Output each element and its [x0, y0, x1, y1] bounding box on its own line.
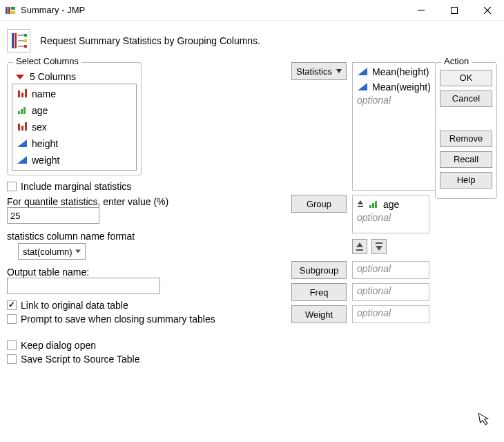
titlebar: Summary - JMP: [0, 0, 504, 21]
svg-rect-27: [372, 203, 374, 208]
prompt-save-row[interactable]: Prompt to save when closing summary tabl…: [7, 314, 286, 325]
group-item-label: age: [383, 199, 399, 210]
cancel-button[interactable]: Cancel: [440, 90, 492, 107]
column-item[interactable]: weight: [15, 152, 133, 169]
keep-dialog-checkbox[interactable]: [7, 340, 17, 350]
subgroup-placeholder: optional: [357, 263, 425, 274]
svg-rect-10: [24, 45, 27, 48]
svg-rect-15: [21, 109, 23, 114]
statistics-item-label: Mean(height): [372, 66, 429, 77]
cast-row-statistics: Statistics Mean(height) Mean(weight): [291, 62, 429, 191]
include-marginal-label: Include marginal statistics: [21, 181, 131, 192]
link-original-checkbox[interactable]: [7, 300, 17, 310]
svg-marker-20: [17, 140, 27, 147]
svg-rect-31: [376, 242, 382, 244]
svg-rect-26: [369, 205, 371, 208]
svg-rect-17: [18, 124, 20, 131]
ordinal-type-icon: [17, 106, 28, 115]
window-title: Summary - JMP: [21, 5, 405, 15]
svg-marker-24: [358, 200, 363, 204]
output-name-input[interactable]: [7, 278, 160, 294]
svg-marker-21: [17, 156, 27, 164]
freq-button-label: Freq: [310, 287, 329, 298]
subgroup-well[interactable]: optional: [352, 261, 429, 279]
continuous-type-icon: [17, 155, 28, 165]
weight-button[interactable]: Weight: [291, 305, 347, 323]
svg-rect-19: [25, 122, 27, 131]
weight-well[interactable]: optional: [352, 305, 429, 323]
select-columns-legend: Select Columns: [13, 56, 81, 66]
sort-descending-button[interactable]: [371, 239, 387, 254]
cast-row-freq: Freq optional: [291, 283, 429, 301]
app-icon: [4, 4, 17, 17]
svg-rect-7: [14, 33, 17, 48]
subgroup-button[interactable]: Subgroup: [291, 261, 347, 279]
maximize-button[interactable]: [438, 0, 471, 20]
column-item[interactable]: height: [15, 135, 133, 152]
keep-dialog-row[interactable]: Keep dialog open: [7, 340, 286, 351]
svg-rect-2: [11, 7, 15, 10]
save-script-row[interactable]: Save Script to Source Table: [7, 354, 286, 365]
prompt-save-label: Prompt to save when closing summary tabl…: [21, 314, 215, 325]
weight-button-label: Weight: [305, 309, 333, 320]
column-name: age: [32, 105, 48, 116]
svg-rect-16: [23, 107, 26, 114]
nominal-type-icon: [17, 89, 28, 99]
column-item[interactable]: sex: [15, 119, 133, 135]
continuous-type-icon: [17, 139, 28, 148]
link-original-row[interactable]: Link to original data table: [7, 300, 286, 311]
quantile-input[interactable]: [7, 207, 99, 224]
select-columns-group: Select Columns 5 Columns name age: [7, 62, 142, 175]
help-button[interactable]: Help: [440, 172, 492, 189]
group-item[interactable]: age: [357, 197, 425, 212]
continuous-type-icon: [357, 67, 368, 77]
svg-rect-5: [452, 7, 458, 13]
sort-ascending-button[interactable]: [352, 239, 367, 254]
statistics-well[interactable]: Mean(height) Mean(weight) optional: [352, 62, 436, 191]
stat-format-label: statistics column name format: [7, 231, 286, 242]
continuous-type-icon: [357, 82, 368, 92]
svg-rect-4: [418, 10, 425, 10]
quantile-label: For quantile statistics, enter value (%): [7, 196, 286, 207]
prompt-save-checkbox[interactable]: [7, 314, 17, 324]
svg-rect-1: [8, 7, 10, 14]
svg-rect-30: [356, 249, 363, 251]
minimize-button[interactable]: [405, 0, 438, 20]
column-item[interactable]: age: [15, 102, 133, 119]
statistics-item[interactable]: Mean(height): [357, 64, 431, 79]
columns-listbox[interactable]: name age sex: [12, 84, 137, 171]
column-name: weight: [32, 155, 59, 166]
save-script-checkbox[interactable]: [7, 354, 17, 364]
statistics-item[interactable]: Mean(weight): [357, 79, 431, 95]
svg-rect-6: [12, 33, 14, 48]
freq-well[interactable]: optional: [352, 283, 429, 301]
svg-rect-8: [24, 34, 27, 37]
statistics-button[interactable]: Statistics: [291, 62, 347, 80]
include-marginal-checkbox[interactable]: [7, 182, 17, 191]
cast-row-subgroup: Subgroup optional: [291, 261, 429, 279]
statistics-item-label: Mean(weight): [372, 81, 431, 93]
columns-count-row[interactable]: 5 Columns: [12, 68, 137, 84]
ordinal-type-icon: [368, 200, 379, 209]
remove-button[interactable]: Remove: [440, 131, 492, 147]
svg-marker-23: [358, 83, 367, 90]
column-item[interactable]: name: [15, 86, 133, 102]
recall-button[interactable]: Recall: [440, 151, 492, 168]
close-button[interactable]: [471, 0, 504, 20]
save-script-label: Save Script to Source Table: [21, 354, 140, 365]
include-marginal-row[interactable]: Include marginal statistics: [7, 181, 286, 192]
stat-format-value: stat(column): [23, 247, 72, 257]
svg-rect-0: [6, 7, 8, 14]
svg-rect-14: [18, 111, 20, 114]
group-button[interactable]: Group: [291, 195, 347, 213]
ok-button[interactable]: OK: [440, 70, 492, 86]
nominal-type-icon: [17, 122, 28, 132]
freq-button[interactable]: Freq: [291, 283, 347, 301]
stat-format-select[interactable]: stat(column): [18, 243, 86, 260]
disclosure-triangle-icon[interactable]: [16, 75, 24, 79]
description-row: Request Summary Statistics by Grouping C…: [0, 21, 504, 57]
sort-asc-icon: [357, 199, 364, 210]
output-name-label: Output table name:: [7, 267, 286, 278]
weight-placeholder: optional: [357, 307, 425, 318]
group-well[interactable]: age optional: [352, 195, 429, 233]
